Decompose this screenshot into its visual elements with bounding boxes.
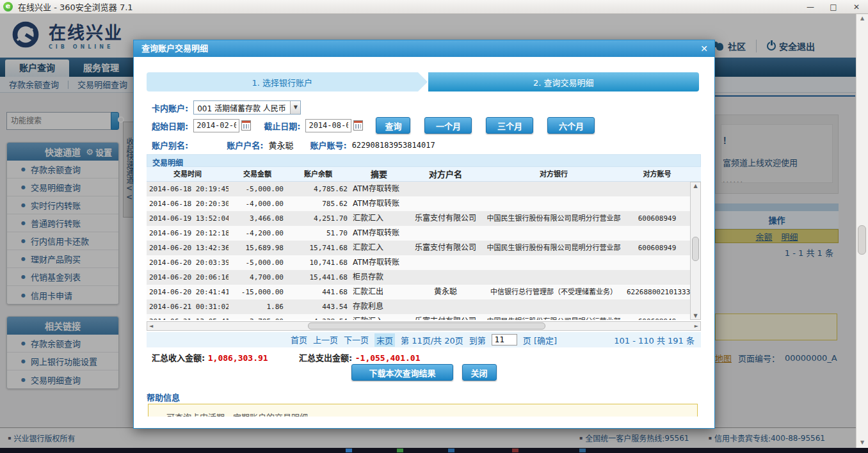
table-cell: 2014-06-18 20:19:45 bbox=[147, 182, 229, 196]
table-cell: 存款利息 bbox=[350, 299, 408, 314]
card-account-row: 卡内账户: 001 活期储蓄存款 人民币 ▼ bbox=[152, 100, 301, 115]
goto-confirm-link[interactable]: 页 [确定] bbox=[523, 334, 557, 346]
end-date-label: 截止日期: bbox=[264, 120, 300, 132]
browser-scrollbar[interactable]: ▲ ▼ bbox=[856, 14, 868, 448]
table-cell bbox=[408, 196, 483, 211]
table-cell: 2014-06-20 20:03:39 bbox=[147, 255, 229, 270]
outgo-label: 汇总支出金额: bbox=[299, 353, 355, 363]
table-cell: 2014-06-19 13:52:04 bbox=[147, 211, 229, 226]
card-account-select[interactable]: 001 活期储蓄存款 人民币 ▼ bbox=[193, 100, 301, 115]
wizard-steps: 1. 选择银行账户2. 查询交易明细 bbox=[147, 72, 699, 91]
start-date-label: 起始日期: bbox=[152, 120, 188, 132]
maximize-button[interactable]: □ bbox=[822, 3, 845, 12]
table-cell: -15,000.00 bbox=[229, 285, 286, 299]
scroll-down-icon[interactable]: ▼ bbox=[691, 313, 700, 319]
table-cell bbox=[483, 182, 624, 196]
start-date-input[interactable] bbox=[193, 119, 239, 132]
minimize-button[interactable]: — bbox=[799, 3, 822, 12]
table-header-row: 交易时间交易金额账户余额摘要对方户名对方银行对方账号 bbox=[147, 167, 701, 182]
chevron-down-icon: ▼ bbox=[290, 101, 300, 114]
table-cell: 2014-06-20 20:41:41 bbox=[147, 285, 229, 299]
pagination-link[interactable]: 首页 bbox=[291, 333, 307, 347]
close-dialog-button[interactable]: 关闭 bbox=[462, 364, 497, 381]
page-info: 第 11页/共 20页 bbox=[401, 334, 463, 346]
end-date-input[interactable] bbox=[305, 119, 351, 132]
income-label: 汇总收入金额: bbox=[152, 353, 208, 363]
table-row[interactable]: 2014-06-18 20:19:45-5,000.004,785.62ATM存… bbox=[147, 182, 690, 196]
goto-label: 到第 bbox=[469, 334, 486, 346]
pagination-bar: 首页上一页下一页末页 第 11页/共 20页 到第 页 [确定] 101 - 1… bbox=[147, 332, 701, 347]
pagination-link[interactable]: 上一页 bbox=[313, 333, 338, 347]
table-row[interactable]: 2014-06-20 20:41:41-15,000.00441.68汇款汇出黄… bbox=[147, 285, 690, 299]
table-row[interactable]: 2014-06-21 13:05:413,795.004,238.54汇款汇入乐… bbox=[147, 314, 690, 320]
table-cell bbox=[624, 270, 690, 285]
income-value: 1,086,303.91 bbox=[208, 353, 268, 363]
card-account-label: 卡内账户: bbox=[152, 102, 188, 114]
scrollbar-thumb[interactable] bbox=[858, 225, 866, 255]
table-cell: 51.70 bbox=[286, 226, 350, 241]
table-cell: 6226880021013339 bbox=[624, 285, 690, 299]
dialog-actions: 下载本次查询结果 关闭 bbox=[134, 364, 714, 381]
360-browser-icon: e bbox=[3, 2, 13, 12]
table-cell: 441.68 bbox=[286, 285, 350, 299]
table-row[interactable]: 2014-06-20 20:06:164,700.0015,441.68柜员存款 bbox=[147, 270, 690, 285]
record-range: 101 - 110 共 191 条 bbox=[614, 334, 695, 346]
pagination-link[interactable]: 下一页 bbox=[344, 333, 369, 347]
clipped-area bbox=[135, 417, 713, 428]
scroll-down-icon[interactable]: ▼ bbox=[856, 440, 868, 445]
wizard-step[interactable]: 1. 选择银行账户 bbox=[147, 72, 418, 91]
table-cell: 15,689.98 bbox=[229, 241, 286, 255]
table-cell: ATM存取转账 bbox=[350, 182, 408, 196]
table-cell: 3,795.00 bbox=[229, 314, 286, 320]
scroll-left-icon[interactable]: ◄ bbox=[149, 323, 153, 329]
table-row[interactable]: 2014-06-21 00:31:021.86443.54存款利息 bbox=[147, 299, 690, 314]
column-header: 账户余额 bbox=[286, 167, 350, 181]
window-title: 在线兴业 - 360安全浏览器 7.1 bbox=[18, 1, 133, 13]
period-button[interactable]: 一个月 bbox=[424, 117, 472, 134]
table-cell bbox=[483, 196, 624, 211]
table-row[interactable]: 2014-06-20 13:42:3615,689.9815,741.68汇款汇… bbox=[147, 241, 690, 255]
calendar-icon[interactable] bbox=[353, 120, 363, 131]
table-cell bbox=[624, 182, 690, 196]
date-range-row: 起始日期: 截止日期: 查询 一个月三个月六个月 bbox=[152, 117, 595, 134]
table-cell bbox=[483, 299, 624, 314]
table-horizontal-scrollbar[interactable]: ◄ ► bbox=[147, 321, 701, 331]
wizard-step[interactable]: 2. 查询交易明细 bbox=[428, 72, 700, 91]
scroll-up-icon[interactable]: ▲ bbox=[856, 15, 868, 21]
table-cell: 汇款汇入 bbox=[350, 211, 408, 226]
table-cell: -4,000.00 bbox=[229, 196, 286, 211]
close-window-button[interactable]: ✕ bbox=[845, 3, 868, 12]
table-cell: -5,000.00 bbox=[229, 255, 286, 270]
table-cell bbox=[408, 255, 483, 270]
scrollbar-thumb[interactable] bbox=[692, 237, 699, 261]
query-button[interactable]: 查询 bbox=[376, 117, 410, 134]
table-cell bbox=[408, 226, 483, 241]
account-name-value: 黄永聪 bbox=[268, 139, 293, 151]
browser-titlebar: e 在线兴业 - 360安全浏览器 7.1 — □ ✕ bbox=[0, 0, 868, 14]
table-cell bbox=[624, 299, 690, 314]
table-cell: 汇款汇出 bbox=[350, 285, 408, 299]
dialog-close-icon[interactable]: ✕ bbox=[700, 40, 708, 57]
download-results-button[interactable]: 下载本次查询结果 bbox=[351, 364, 453, 381]
table-cell: 中国民生银行股份有限公司昆明分行营业部 bbox=[483, 211, 624, 226]
column-header: 摘要 bbox=[350, 167, 408, 181]
period-button[interactable]: 三个月 bbox=[486, 117, 533, 134]
table-cell bbox=[483, 270, 624, 285]
table-row[interactable]: 2014-06-18 20:20:30-4,000.00785.62ATM存取转… bbox=[147, 196, 690, 211]
scroll-up-icon[interactable]: ▲ bbox=[691, 183, 700, 189]
period-button[interactable]: 六个月 bbox=[547, 117, 595, 134]
table-vertical-scrollbar[interactable]: ▲ ▼ bbox=[690, 182, 701, 320]
summary-row: 汇总收入金额: 1,086,303.91 汇总支出金额: -1,055,401.… bbox=[152, 351, 268, 363]
scrollbar-thumb[interactable] bbox=[308, 322, 546, 330]
card-account-value: 001 活期储蓄存款 人民币 bbox=[197, 102, 286, 113]
goto-page-input[interactable] bbox=[492, 334, 517, 346]
pagination-link[interactable]: 末页 bbox=[374, 333, 395, 347]
table-row[interactable]: 2014-06-19 20:12:18-4,200.0051.70ATM存取转账 bbox=[147, 226, 690, 241]
table-row[interactable]: 2014-06-20 20:03:39-5,000.0010,741.68ATM… bbox=[147, 255, 690, 270]
scroll-right-icon[interactable]: ► bbox=[695, 323, 698, 329]
calendar-icon[interactable] bbox=[241, 120, 251, 131]
transaction-query-dialog: 查询账户交易明细 ✕ 1. 选择银行账户2. 查询交易明细 卡内账户: 001 … bbox=[133, 40, 715, 429]
table-row[interactable]: 2014-06-19 13:52:043,466.084,251.70汇款汇入乐… bbox=[147, 211, 690, 226]
table-cell: -5,000.00 bbox=[229, 182, 286, 196]
column-header: 对方银行 bbox=[483, 167, 624, 181]
